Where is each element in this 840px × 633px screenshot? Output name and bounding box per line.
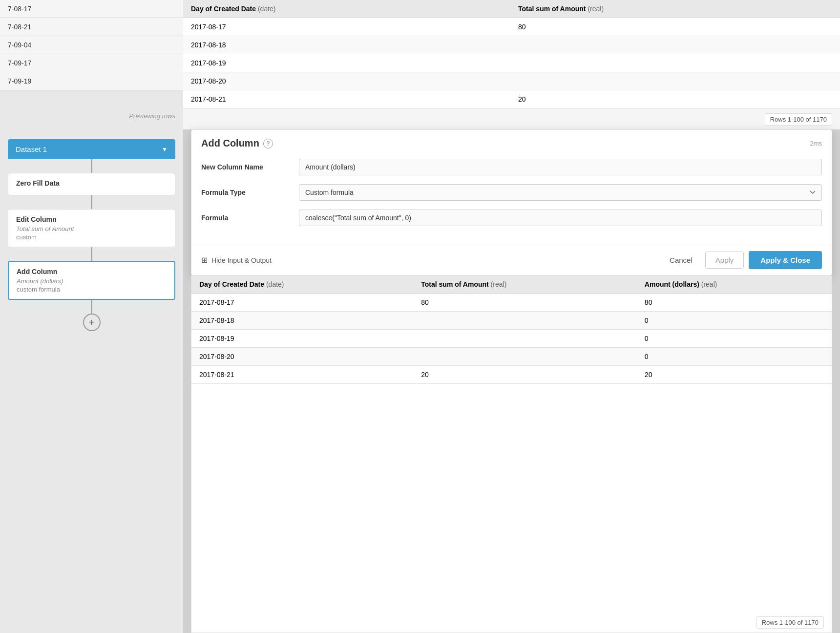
formula-input[interactable] — [299, 210, 822, 226]
dropdown-arrow-icon: ▼ — [162, 146, 168, 153]
modal-overlay: Add Column ? 2ms New Column Name Formula… — [183, 0, 840, 633]
add-column-title: Add Column — [17, 268, 167, 275]
apply-close-button[interactable]: Apply & Close — [749, 251, 822, 269]
connector-line-2 — [91, 195, 92, 209]
output-rows-indicator: Rows 1-100 of 1170 — [756, 616, 824, 629]
out-date-cell: 2017-08-19 — [191, 330, 413, 348]
out-date-cell: 2017-08-17 — [191, 294, 413, 312]
sidebar-date-row-5: 7-09-19 — [0, 72, 183, 90]
formula-type-label: Formula Type — [201, 189, 299, 196]
out-total-cell — [413, 330, 637, 348]
sidebar-date-row-1: 7-08-17 — [0, 0, 183, 18]
formula-type-row: Formula Type Custom formula — [201, 184, 822, 201]
out-date-cell: 2017-08-21 — [191, 366, 413, 384]
output-table: Day of Created Date (date) Total sum of … — [191, 275, 832, 384]
pipeline: Dataset 1 ▼ Zero Fill Data Edit Column T… — [0, 129, 183, 633]
add-column-type: custom formula — [17, 286, 167, 293]
apply-button[interactable]: Apply — [705, 252, 744, 269]
modal-header: Add Column ? 2ms — [191, 130, 832, 155]
sidebar-date-row-2: 7-08-21 — [0, 18, 183, 36]
out-total-cell — [413, 348, 637, 366]
cancel-button[interactable]: Cancel — [662, 252, 700, 268]
previewing-rows-text: Previewing rows — [129, 112, 175, 120]
add-node-button[interactable]: + — [83, 314, 101, 331]
edit-column-subtitle: Total sum of Amount — [16, 225, 167, 232]
edit-column-type: custom — [16, 233, 167, 241]
connector-line-1 — [91, 159, 92, 173]
dataset-node[interactable]: Dataset 1 ▼ — [8, 139, 175, 159]
out-col-date-header: Day of Created Date (date) — [191, 275, 413, 294]
table-row: 2017-08-21 20 20 — [191, 366, 832, 384]
out-total-cell — [413, 312, 637, 330]
edit-column-title: Edit Column — [16, 215, 167, 223]
out-date-cell: 2017-08-20 — [191, 348, 413, 366]
hide-input-output-toggle[interactable]: ⊞ Hide Input & Output — [201, 255, 656, 265]
sidebar-date-row-3: 7-09-04 — [0, 36, 183, 54]
table-row: 2017-08-19 0 — [191, 330, 832, 348]
table-icon: ⊞ — [201, 255, 208, 265]
zero-fill-title: Zero Fill Data — [16, 179, 167, 187]
sidebar: 7-08-17 7-08-21 7-09-04 7-09-17 7-09-19 … — [0, 0, 183, 633]
sidebar-date-row-4: 7-09-17 — [0, 54, 183, 72]
zero-fill-node[interactable]: Zero Fill Data — [8, 173, 175, 195]
add-column-subtitle: Amount (dollars) — [17, 277, 167, 285]
modal-title-area: Add Column ? — [201, 138, 273, 149]
formula-row: Formula — [201, 210, 822, 226]
out-total-cell: 80 — [413, 294, 637, 312]
column-name-row: New Column Name — [201, 159, 822, 175]
help-icon[interactable]: ? — [263, 139, 273, 148]
out-total-cell: 20 — [413, 366, 637, 384]
formula-label: Formula — [201, 214, 299, 222]
out-amount-cell: 20 — [637, 366, 832, 384]
out-amount-cell: 0 — [637, 348, 832, 366]
table-row: 2017-08-18 0 — [191, 312, 832, 330]
out-amount-cell: 0 — [637, 312, 832, 330]
out-amount-cell: 0 — [637, 330, 832, 348]
add-column-modal: Add Column ? 2ms New Column Name Formula… — [191, 129, 832, 275]
modal-footer: ⊞ Hide Input & Output Cancel Apply Apply… — [191, 245, 832, 275]
add-column-node[interactable]: Add Column Amount (dollars) custom formu… — [8, 261, 175, 300]
table-row: 2017-08-20 0 — [191, 348, 832, 366]
formula-type-select[interactable]: Custom formula — [299, 184, 822, 201]
output-table-area: Day of Created Date (date) Total sum of … — [191, 275, 832, 633]
modal-timing: 2ms — [810, 140, 822, 147]
column-name-input[interactable] — [299, 159, 822, 175]
column-name-label: New Column Name — [201, 163, 299, 171]
connector-line-4 — [91, 300, 92, 314]
dataset-label: Dataset 1 — [16, 145, 47, 153]
hide-io-label: Hide Input & Output — [211, 256, 272, 264]
sidebar-top-dates: 7-08-17 7-08-21 7-09-04 7-09-17 7-09-19 … — [0, 0, 183, 129]
modal-title-text: Add Column — [201, 138, 259, 149]
modal-body: New Column Name Formula Type Custom form… — [191, 155, 832, 245]
footer-actions: Cancel Apply Apply & Close — [662, 251, 822, 269]
out-amount-cell: 80 — [637, 294, 832, 312]
connector-line-3 — [91, 247, 92, 261]
out-col-total-header: Total sum of Amount (real) — [413, 275, 637, 294]
table-row: 2017-08-17 80 80 — [191, 294, 832, 312]
out-col-amount-header: Amount (dollars) (real) — [637, 275, 832, 294]
edit-column-node[interactable]: Edit Column Total sum of Amount custom — [8, 209, 175, 247]
out-date-cell: 2017-08-18 — [191, 312, 413, 330]
